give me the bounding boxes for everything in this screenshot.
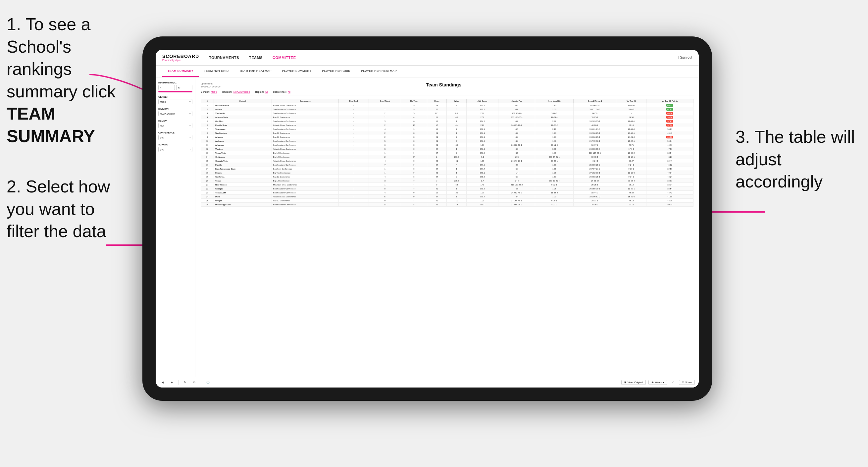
table-cell: 89.11 <box>646 103 693 107</box>
table-cell: 2 <box>447 135 467 139</box>
table-cell: 277.4 <box>467 167 498 171</box>
table-cell: 6.2 <box>447 111 467 115</box>
table-cell: 7 <box>201 127 214 131</box>
table-cell: 262 63-15-1 <box>574 119 616 123</box>
table-cell: 273.6 <box>467 107 498 111</box>
table-cell: 43.21 <box>646 155 693 159</box>
table-cell: Pac-12 Conference <box>272 175 339 179</box>
view-original-button[interactable]: ⊞ View: Original <box>621 380 646 385</box>
tab-team-summary[interactable]: TEAM SUMMARY <box>162 66 199 77</box>
sidebar-school-select[interactable]: (All) ▾ <box>158 147 192 152</box>
table-cell: 2 <box>427 155 447 159</box>
table-cell: 276.3 <box>467 147 498 151</box>
table-cell: Arkansas <box>214 143 272 147</box>
table-cell: 2 <box>201 107 214 111</box>
table-cell: Southeastern Conference <box>272 107 339 111</box>
sidebar-gender-label: Gender <box>158 96 192 98</box>
table-cell: Southeastern Conference <box>272 187 339 191</box>
table-cell: 21 <box>201 183 214 187</box>
table-cell: New Mexico <box>214 183 272 187</box>
sidebar-max-val[interactable]: 30 <box>176 85 193 90</box>
table-cell: Big Ten Conference <box>272 171 339 175</box>
table-row: 19CaliforniaPac-12 Conference-48242278.2… <box>201 175 693 179</box>
table-cell: 1.63 <box>535 163 574 167</box>
instruction-2: 2. Select how you want to filter the dat… <box>7 176 110 243</box>
table-cell: 2.70 <box>535 103 574 107</box>
nav-tournaments[interactable]: TOURNAMENTS <box>209 56 239 60</box>
share-button[interactable]: ⬆ Share <box>679 380 695 385</box>
filter-division-label: Division: <box>222 91 232 93</box>
table-cell: 262 88-17-0 <box>574 103 616 107</box>
table-cell: 24 <box>401 155 427 159</box>
table-header-row-el: # School Conference Reg Rank Conf Rank N… <box>201 99 693 103</box>
table-cell: 1.28 <box>535 171 574 175</box>
tab-player-summary[interactable]: PLAYER SUMMARY <box>277 66 317 77</box>
table-cell: Virginia <box>214 147 272 151</box>
watch-button[interactable]: 👁 Watch ▾ <box>648 380 667 385</box>
toolbar-back[interactable]: ◀ <box>160 380 165 384</box>
table-cell: 38.14 <box>616 183 646 187</box>
table-row: 20TexasBig 12 Conference-377278.60.71.44… <box>201 179 693 183</box>
sidebar-division-select[interactable]: NCAA Division I ▾ <box>158 111 192 116</box>
filter-gender-val[interactable]: Men's <box>211 91 217 93</box>
toolbar-sep-2 <box>201 380 201 385</box>
sidebar-conference-select[interactable]: (All) ▾ <box>158 135 192 140</box>
table-cell: 259 97-21-1 <box>535 155 574 159</box>
table-cell: 1.85 <box>535 151 574 155</box>
tab-player-h2h-heatmap[interactable]: PLAYER H2H HEATMAP <box>356 66 402 77</box>
table-cell: 48.18 <box>646 199 693 203</box>
toolbar-reload[interactable]: ↻ <box>182 380 188 384</box>
table-cell: - <box>339 139 369 143</box>
tab-team-h2h-grid[interactable]: TEAM H2H GRID <box>199 66 234 77</box>
col-overall: Overall Record <box>574 99 616 103</box>
nav-teams[interactable]: TEAMS <box>249 56 262 60</box>
col-avg-to-par: Avg. to Par <box>498 99 535 103</box>
table-cell: 1 <box>369 151 401 155</box>
table-cell: - <box>339 175 369 179</box>
table-cell: 276.5 <box>447 155 467 159</box>
sign-out-button[interactable]: | Sign out <box>678 56 692 59</box>
table-cell: 1.21 <box>467 199 498 203</box>
instruction-3-line2: adjust accordingly <box>736 150 823 191</box>
table-cell: 18 <box>201 171 214 175</box>
table-cell: 29-25-1 <box>574 183 616 187</box>
table-cell: 9-14-0 <box>616 175 646 179</box>
table-row: 15Georgia TechAtlantic Coast Conference-… <box>201 159 693 163</box>
table-cell: 22 <box>201 187 214 191</box>
sidebar-slider[interactable] <box>158 91 192 92</box>
sidebar-gender-select[interactable]: Men's ▾ <box>158 99 192 104</box>
table-cell: 2.37 <box>535 119 574 123</box>
nav-committee[interactable]: COMMITTEE <box>273 56 296 60</box>
table-cell: 6 <box>369 143 401 147</box>
filter-division-val[interactable]: NCAA Division I <box>234 91 250 93</box>
table-cell: 8 <box>401 203 427 207</box>
toolbar-sep-1 <box>178 380 179 385</box>
toolbar-copy[interactable]: ⧉ <box>191 380 197 385</box>
filter-conference-val[interactable]: All <box>288 91 290 93</box>
table-cell: 4 <box>201 115 214 119</box>
table-cell: 276.9 <box>467 151 498 155</box>
table-cell: Southeastern Conference <box>272 191 339 195</box>
toolbar-resize[interactable]: ⤢ <box>670 380 676 385</box>
sidebar-region-select[interactable]: N/A ▾ <box>158 123 192 128</box>
table-cell: 270 60-39-2 <box>498 203 535 207</box>
table-cell: 273.5 <box>467 103 498 107</box>
table-cell: - <box>339 203 369 207</box>
sidebar-min-val[interactable]: 4 <box>158 85 175 90</box>
table-cell: 38.54 <box>646 151 693 155</box>
table-cell: California <box>214 175 272 179</box>
standings-table: # School Conference Reg Rank Conf Rank N… <box>201 99 693 207</box>
table-row: 21New MexicoMountain West Conference-149… <box>201 183 693 187</box>
table-cell: 1.53 <box>535 175 574 179</box>
table-cell: 8 <box>401 131 427 135</box>
table-cell: 23-23-1 <box>535 159 574 163</box>
tab-team-h2h-heatmap[interactable]: TEAM H2H HEATMAP <box>234 66 277 77</box>
tab-player-h2h-grid[interactable]: PLAYER H2H GRID <box>317 66 356 77</box>
table-cell: -3.8 <box>447 143 467 147</box>
filter-region-val[interactable]: All <box>265 91 268 93</box>
filter-gender: Gender: Men's <box>201 91 217 93</box>
toolbar-forward[interactable]: ▶ <box>169 380 175 384</box>
toolbar-clock[interactable]: 🕐 <box>204 380 212 384</box>
table-cell: East Tennessee State <box>214 167 272 171</box>
table-cell: 57.19 <box>616 123 646 127</box>
